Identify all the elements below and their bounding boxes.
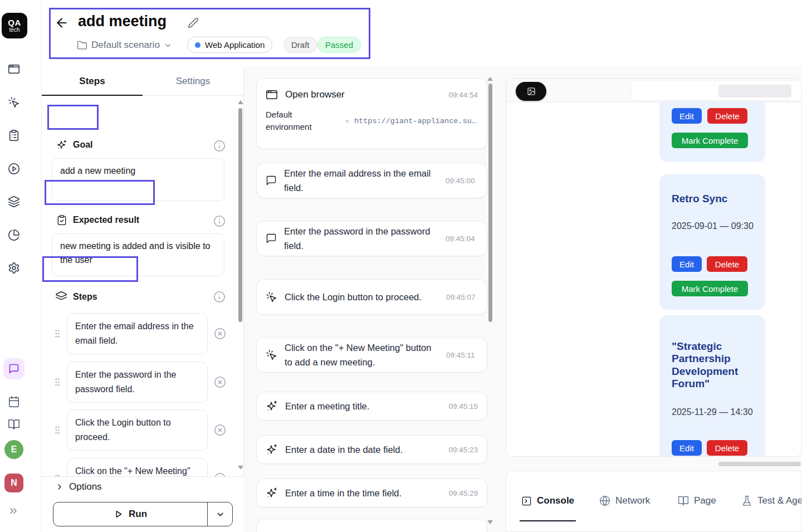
run-button[interactable]: Run [53,502,207,526]
url-bullet [346,120,349,123]
goal-value: add a new meeting [60,166,135,175]
sidebar: QA tech E N [0,0,42,532]
chat-nav-active[interactable] [3,358,25,379]
settings-gear-icon[interactable] [8,262,20,274]
back-arrow-icon[interactable] [55,16,69,30]
drag-handle-icon[interactable] [52,328,62,340]
edit-button[interactable]: Edit [672,440,702,456]
preview-hscrollbar-thumb[interactable] [718,462,801,466]
options-toggle[interactable]: Options [55,481,102,492]
log-scrollbar-thumb[interactable] [488,84,492,322]
expected-field[interactable]: new meeting is added and is visible to t… [52,233,224,276]
preview-toolbar [506,79,801,103]
delete-button[interactable]: Delete [707,108,747,124]
layers-icon[interactable] [8,196,20,208]
remove-step-icon[interactable] [214,376,226,388]
tab-console[interactable]: Console [521,495,574,506]
active-tab-underline [520,520,576,521]
scroll-up-arrow[interactable] [487,77,493,81]
page-header: add meeting Default scenario Web Applica… [42,0,802,67]
run-label: Run [129,509,147,520]
calendar-icon[interactable] [8,396,20,408]
pie-chart-icon[interactable] [8,229,20,241]
tab-network[interactable]: Network [599,495,650,506]
chevrons-right-icon[interactable] [8,505,19,516]
meeting-title: Retro Sync [672,193,755,205]
layers-steps-icon [55,291,67,303]
scroll-down-arrow[interactable] [487,520,493,524]
execution-card[interactable]: Click on the "+ New Meeting" button to a… [256,337,487,373]
steps-info-icon[interactable] [213,291,226,303]
mark-complete-button[interactable]: Mark Complete [672,133,748,148]
logo-text-qa: QA [8,18,21,27]
execution-timestamp: 09:45:29 [448,489,478,497]
remove-step-icon[interactable] [214,472,226,476]
test-editor-panel: Steps Settings Goal add a new meeting Ex… [42,67,244,532]
remove-step-icon[interactable] [214,424,226,436]
qatech-logo[interactable]: QA tech [2,13,27,38]
delete-button[interactable]: Delete [707,256,747,272]
execution-card[interactable]: Enter the password in the password field… [256,221,487,256]
project-badge[interactable]: Web Application [187,37,272,53]
status-badge: Passed [317,37,361,53]
editor-scrollbar-thumb[interactable] [238,108,242,322]
drag-handle-icon[interactable] [52,376,62,388]
execution-card-title: Enter the password in the password field… [284,224,440,253]
circle-play-icon[interactable] [8,163,20,175]
mark-complete-button[interactable]: Mark Complete [672,281,748,296]
message-bubble-icon [266,233,277,244]
remove-step-icon[interactable] [214,328,226,340]
drag-handle-icon[interactable] [52,424,62,436]
delete-button[interactable]: Delete [707,440,747,456]
scenario-selector[interactable]: Default scenario [77,38,172,52]
execution-card-open-browser[interactable]: Open browser 09:44:54 Default environmen… [256,78,487,149]
execution-card[interactable]: Enter a meeting title. 09:45:15 [256,392,487,421]
scroll-down-arrow[interactable] [238,466,243,470]
clipboard-list-icon[interactable] [8,129,20,141]
step-card[interactable]: Enter the email address in the email fie… [67,313,208,354]
scenario-label: Default scenario [91,40,160,51]
edit-title-pencil-icon[interactable] [188,17,199,28]
step-card[interactable]: Enter the password in the password field… [67,362,208,403]
tab-settings[interactable]: Settings [143,67,243,95]
execution-timestamp: 09:45:07 [446,293,476,301]
editor-scroll-area: Goal add a new meeting Expected result n… [42,96,244,476]
run-options-caret[interactable] [208,502,232,526]
drag-handle-icon[interactable] [52,472,62,476]
goal-info-icon[interactable] [213,140,226,152]
chat-bubble-icon [8,363,19,374]
step-card[interactable]: Click on the "+ New Meeting" button to a… [67,458,208,476]
page-title: add meeting [78,13,167,30]
tab-page[interactable]: Page [678,495,716,506]
sparkles-icon [266,400,278,412]
expected-info-icon[interactable] [213,215,226,227]
edit-button[interactable]: Edit [672,108,702,124]
tab-steps[interactable]: Steps [42,67,143,95]
draft-badge: Draft [283,37,317,53]
goal-field[interactable]: add a new meeting [52,158,224,201]
preview-address-bar[interactable] [631,80,802,101]
step-card[interactable]: Click the Login button to proceed. [67,409,208,451]
execution-card-title: Click on the "+ New Meeting" button to a… [285,340,441,369]
avatar-e[interactable]: E [4,440,23,459]
book-open-icon[interactable] [8,418,20,431]
execution-card[interactable]: Enter a date in the date field. 09:45:23 [256,435,487,464]
logo-text-tech: tech [9,27,20,33]
scroll-up-arrow[interactable] [238,100,243,104]
execution-card[interactable]: Enter the email address in the email fie… [256,163,487,198]
execution-card-partial[interactable] [256,519,487,532]
browser-window-icon[interactable] [8,63,20,75]
image-icon [527,87,536,96]
execution-card-title: Click the Login button to proceed. [285,290,441,304]
execution-timestamp: 09:45:15 [448,402,478,411]
environment-label: Default environment [266,109,328,133]
expected-value: new meeting is added and is visible to t… [60,241,211,265]
execution-card[interactable]: Enter a time in the time field. 09:45:29 [256,479,487,507]
cursor-click-icon[interactable] [8,96,20,109]
screenshot-toggle-button[interactable] [516,82,546,101]
browser-window-icon [266,89,278,101]
avatar-n[interactable]: N [4,474,23,492]
execution-card[interactable]: Click the Login button to proceed. 09:45… [256,279,487,315]
tab-test-agent[interactable]: Test & Age [741,495,802,506]
edit-button[interactable]: Edit [672,256,702,272]
